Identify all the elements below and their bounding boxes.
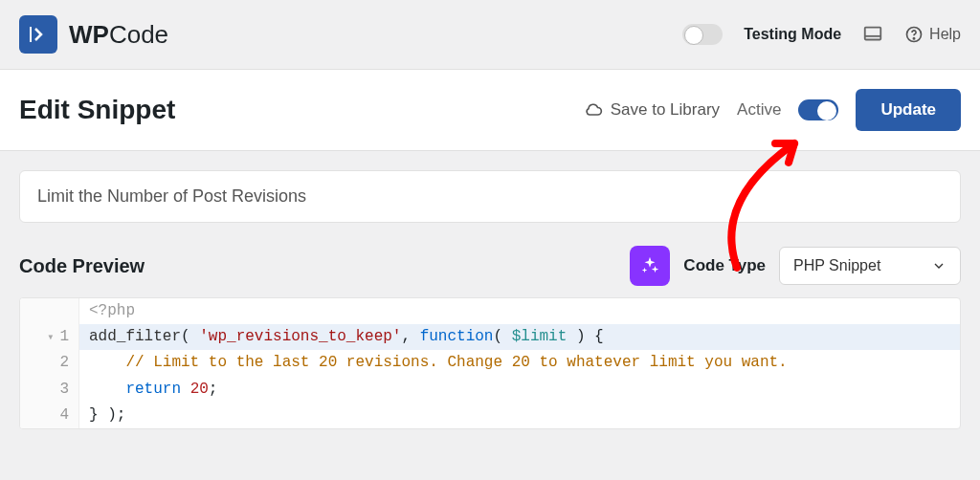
save-to-library-button[interactable]: Save to Library bbox=[584, 100, 720, 120]
code-type-label: Code Type bbox=[683, 256, 766, 275]
save-to-library-label: Save to Library bbox=[611, 100, 720, 120]
cloud-icon bbox=[584, 100, 603, 120]
svg-point-4 bbox=[913, 38, 914, 39]
line-number: 3 bbox=[20, 377, 79, 403]
code-line: return 20; bbox=[79, 377, 960, 403]
code-line: } ); bbox=[79, 403, 960, 428]
brand: WPCode bbox=[19, 15, 168, 54]
svg-rect-1 bbox=[865, 28, 881, 40]
help-label: Help bbox=[929, 26, 961, 43]
gutter bbox=[20, 298, 79, 324]
help-link[interactable]: Help bbox=[904, 25, 961, 44]
code-type-value: PHP Snippet bbox=[793, 257, 880, 274]
code-line: add_filter( 'wp_revisions_to_keep', func… bbox=[79, 324, 960, 350]
chevron-down-icon bbox=[931, 258, 947, 273]
sparkle-icon bbox=[639, 255, 660, 276]
screen-options-icon[interactable] bbox=[862, 24, 883, 45]
brand-name: WPCode bbox=[69, 20, 168, 50]
code-type-select[interactable]: PHP Snippet bbox=[779, 247, 961, 285]
php-open-tag: <?php bbox=[89, 302, 135, 319]
titlebar: Edit Snippet Save to Library Active Upda… bbox=[0, 69, 980, 151]
code-preview-heading: Code Preview bbox=[19, 255, 145, 277]
testing-mode-toggle[interactable] bbox=[682, 24, 723, 45]
code-editor[interactable]: <?php ▾1 add_filter( 'wp_revisions_to_ke… bbox=[19, 297, 961, 429]
ai-generate-button[interactable] bbox=[630, 246, 670, 286]
fold-icon[interactable]: ▾ bbox=[47, 328, 59, 347]
line-number: ▾1 bbox=[20, 324, 79, 350]
active-toggle[interactable] bbox=[798, 99, 838, 120]
code-line: // Limit to the last 20 revisions. Chang… bbox=[79, 350, 960, 376]
snippet-title-input[interactable] bbox=[19, 170, 961, 223]
topbar: WPCode Testing Mode Help bbox=[0, 0, 980, 69]
help-icon bbox=[904, 25, 924, 44]
line-number: 2 bbox=[20, 350, 79, 376]
page-title: Edit Snippet bbox=[19, 95, 175, 125]
brand-logo-icon bbox=[19, 15, 57, 54]
active-label: Active bbox=[737, 100, 781, 120]
update-button[interactable]: Update bbox=[856, 89, 961, 131]
testing-mode-label: Testing Mode bbox=[744, 26, 841, 43]
line-number: 4 bbox=[20, 403, 79, 428]
